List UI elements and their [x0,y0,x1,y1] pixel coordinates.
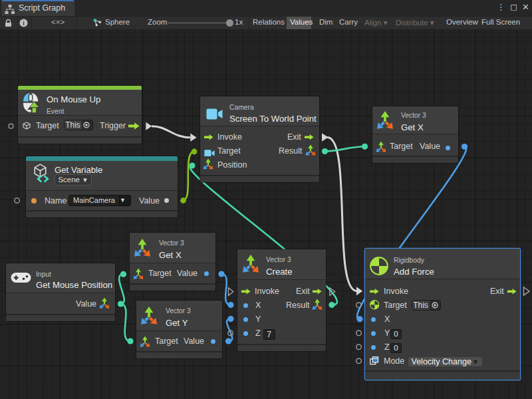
svg-text:i: i [23,20,25,27]
